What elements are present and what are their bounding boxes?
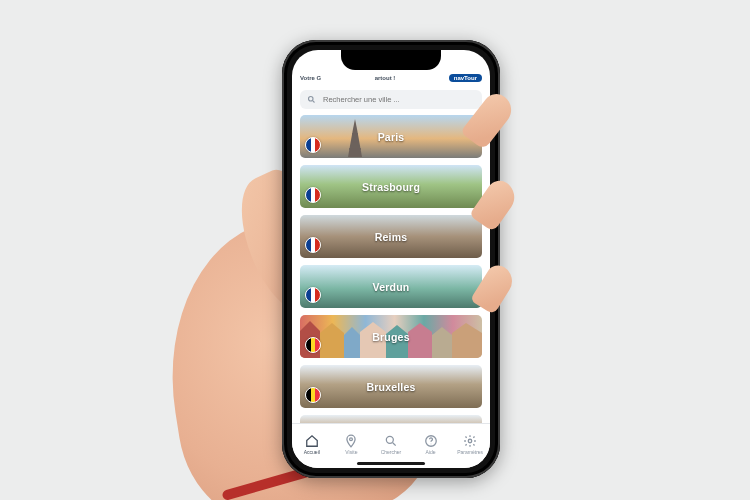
tab-label: Paramètres xyxy=(457,449,483,455)
search-icon xyxy=(384,434,398,448)
svg-line-4 xyxy=(393,442,396,445)
search-icon xyxy=(306,95,316,105)
city-card-verdun[interactable]: Verdun xyxy=(300,265,482,308)
tab-visit[interactable]: Visite xyxy=(332,434,372,455)
city-name-label: Bruxelles xyxy=(366,381,415,393)
flag-icon xyxy=(305,187,321,203)
svg-point-7 xyxy=(468,439,472,443)
tagline-left: Votre G xyxy=(300,75,321,81)
city-card-strasbourg[interactable]: Strasbourg xyxy=(300,165,482,208)
home-indicator[interactable] xyxy=(357,462,425,465)
city-image xyxy=(300,415,482,423)
tab-settings[interactable]: Paramètres xyxy=(450,434,490,455)
pin-icon xyxy=(344,434,358,448)
tab-label: Chercher xyxy=(381,449,402,455)
city-card-paris[interactable]: Paris xyxy=(300,115,482,158)
city-list[interactable]: Paris Strasbourg Reims Verdun xyxy=(292,115,490,423)
svg-line-1 xyxy=(312,101,314,103)
flag-icon xyxy=(305,287,321,303)
tab-help[interactable]: Aide xyxy=(411,434,451,455)
city-name-label: Bruges xyxy=(372,331,409,343)
phone-screen: Votre G artout ! navTour Paris xyxy=(292,50,490,468)
flag-icon xyxy=(305,237,321,253)
city-name-label: Strasbourg xyxy=(362,181,420,193)
eiffel-tower-icon xyxy=(340,119,370,158)
city-card-amsterdam[interactable]: Amsterdam xyxy=(300,415,482,423)
phone-notch xyxy=(341,50,441,70)
search-input[interactable] xyxy=(321,94,476,105)
app-header: Votre G artout ! navTour xyxy=(292,70,490,86)
tab-label: Visite xyxy=(345,449,357,455)
city-name-label: Paris xyxy=(378,131,405,143)
city-name-label: Reims xyxy=(375,231,408,243)
home-icon xyxy=(305,434,319,448)
tab-label: Aide xyxy=(426,449,436,455)
svg-point-0 xyxy=(308,97,313,102)
svg-point-3 xyxy=(386,436,393,443)
flag-icon xyxy=(305,337,321,353)
tab-home[interactable]: Accueil xyxy=(292,434,332,455)
phone-frame: Votre G artout ! navTour Paris xyxy=(282,40,500,478)
city-card-reims[interactable]: Reims xyxy=(300,215,482,258)
flag-icon xyxy=(305,387,321,403)
tab-label: Accueil xyxy=(304,449,320,455)
search-bar[interactable] xyxy=(300,90,482,109)
brand-badge: navTour xyxy=(449,74,482,82)
tab-search[interactable]: Chercher xyxy=(371,434,411,455)
city-card-bruxelles[interactable]: Bruxelles xyxy=(300,365,482,408)
tagline-right: artout ! xyxy=(375,75,396,81)
svg-point-2 xyxy=(350,437,353,440)
city-name-label: Verdun xyxy=(373,281,410,293)
flag-icon xyxy=(305,137,321,153)
svg-point-6 xyxy=(430,443,431,444)
gear-icon xyxy=(463,434,477,448)
city-card-bruges[interactable]: Bruges xyxy=(300,315,482,358)
help-icon xyxy=(424,434,438,448)
